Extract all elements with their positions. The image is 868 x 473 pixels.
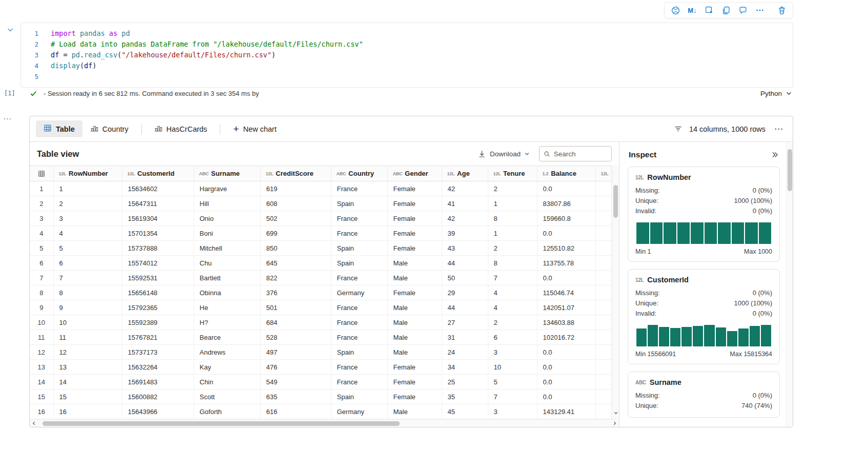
column-header-age[interactable]: 12LAge [442, 166, 488, 181]
grid-cell[interactable]: 45 [442, 404, 488, 419]
scroll-right-icon[interactable] [612, 421, 617, 426]
grid-cell[interactable]: 2 [488, 315, 537, 330]
horizontal-scrollbar-track[interactable] [36, 420, 612, 427]
grid-cell[interactable]: 1 [488, 196, 537, 211]
grid-cell[interactable]: Spain [331, 241, 387, 256]
table-row[interactable]: 7715592531Bartlett822FranceMale5070.0 [30, 271, 612, 285]
column-header-country[interactable]: ABCCountry [331, 166, 387, 181]
download-button[interactable]: Download [478, 150, 530, 158]
grid-cell[interactable]: France [331, 315, 387, 330]
grid-cell[interactable]: Female [387, 211, 442, 226]
grid-cell[interactable]: 50 [442, 271, 488, 285]
grid-cell[interactable]: Kay [194, 360, 260, 375]
column-header-rownumber[interactable]: 12LRowNumber [53, 166, 122, 181]
grid-cell[interactable]: 502 [260, 211, 331, 226]
grid-cell[interactable]: Bearce [194, 330, 260, 345]
grid-cell[interactable]: 27 [442, 315, 488, 330]
scroll-down-icon[interactable] [613, 408, 618, 418]
grid-cell[interactable]: 528 [260, 330, 331, 345]
code-line[interactable]: 2# Load data into pandas DataFrame from … [21, 39, 793, 50]
grid-cell[interactable]: Spain [331, 389, 387, 404]
grid-cell[interactable]: 134603.88 [537, 315, 595, 330]
grid-cell[interactable]: 15767821 [122, 330, 194, 345]
grid-cell[interactable]: 15600882 [122, 389, 194, 404]
grid-cell[interactable]: 24 [442, 345, 488, 360]
grid-cell[interactable]: 5 [488, 375, 537, 389]
grid-cell[interactable]: 8 [488, 211, 537, 226]
grid-cell[interactable]: 15619304 [122, 211, 194, 226]
grid-cell[interactable]: Female [387, 241, 442, 256]
grid-cell[interactable]: France [331, 300, 387, 315]
grid-cell[interactable]: 4 [488, 285, 537, 300]
grid-cell[interactable]: Male [387, 404, 442, 419]
grid-cell[interactable]: France [331, 226, 387, 241]
code-line[interactable]: 3df = pd.read_csv("/lakehouse/default/Fi… [21, 50, 793, 60]
grid-cell[interactable]: 125510.82 [537, 241, 595, 256]
table-row[interactable]: 2215647311Hill608SpainFemale41183807.86 [30, 196, 612, 211]
grid-cell[interactable]: 1 [53, 181, 122, 196]
grid-cell[interactable]: Female [387, 181, 442, 196]
grid-cell[interactable]: 13 [53, 360, 122, 375]
grid-cell[interactable]: 3 [488, 404, 537, 419]
column-header-tenure[interactable]: 12LTenure [488, 166, 537, 181]
code-line[interactable]: 4display(df) [21, 60, 793, 71]
grid-cell[interactable]: He [194, 300, 260, 315]
grid-cell[interactable]: France [331, 375, 387, 389]
grid-cell[interactable]: 15737173 [122, 345, 194, 360]
grid-cell[interactable]: 15656148 [122, 285, 194, 300]
grid-cell[interactable]: 822 [260, 271, 331, 285]
grid-cell[interactable]: Hargrave [194, 181, 260, 196]
grid-cell[interactable]: 635 [260, 389, 331, 404]
grid-cell[interactable]: 11 [53, 330, 122, 345]
grid-cell[interactable]: Spain [331, 345, 387, 360]
grid-cell[interactable]: Spain [331, 196, 387, 211]
grid-cell[interactable]: 9 [53, 300, 122, 315]
collapse-cell-chevron[interactable] [6, 26, 14, 36]
grid-cell[interactable]: 15647311 [122, 196, 194, 211]
grid-cell[interactable]: Male [387, 315, 442, 330]
grid-cell[interactable]: 2 [488, 181, 537, 196]
grid-cell[interactable]: 8 [488, 256, 537, 271]
grid-cell[interactable]: 83807.86 [537, 196, 595, 211]
grid-cell[interactable]: 684 [260, 315, 331, 330]
grid-cell[interactable]: 8 [53, 285, 122, 300]
grid-cell[interactable]: 501 [260, 300, 331, 315]
grid-cell[interactable]: Male [387, 300, 442, 315]
grid-cell[interactable]: Germany [331, 285, 387, 300]
grid-cell[interactable]: 0.0 [537, 271, 595, 285]
tab-table[interactable]: Table [36, 120, 82, 137]
grid-cell[interactable]: Andrews [194, 345, 260, 360]
grid-cell[interactable]: 15643966 [122, 404, 194, 419]
grid-cell[interactable]: 113755.78 [537, 256, 595, 271]
grid-cell[interactable]: 14 [53, 375, 122, 389]
grid-cell[interactable]: 25 [442, 375, 488, 389]
grid-cell[interactable]: 2 [53, 196, 122, 211]
table-options-more-icon[interactable]: ⋯ [772, 124, 786, 134]
grid-cell[interactable]: Male [387, 271, 442, 285]
grid-cell[interactable]: 10 [488, 360, 537, 375]
grid-cell[interactable]: Male [387, 330, 442, 345]
grid-cell[interactable]: 0.0 [537, 389, 595, 404]
grid-cell[interactable]: Female [387, 226, 442, 241]
grid-cell[interactable]: Chu [194, 256, 260, 271]
inspect-scrollbar-thumb[interactable] [788, 149, 792, 191]
grid-cell[interactable]: 15792365 [122, 300, 194, 315]
vertical-scrollbar[interactable] [612, 166, 619, 419]
table-row[interactable]: 1115634602Hargrave619FranceFemale4220.0 [30, 181, 612, 196]
tab-country[interactable]: Country [85, 121, 135, 137]
grid-cell[interactable]: 699 [260, 226, 331, 241]
grid-cell[interactable]: 7 [488, 271, 537, 285]
grid-cell[interactable]: 476 [260, 360, 331, 375]
grid-cell[interactable]: Female [387, 360, 442, 375]
grid-cell[interactable]: 15 [53, 389, 122, 404]
grid-cell[interactable]: 42 [442, 211, 488, 226]
grid-cell[interactable]: Female [387, 389, 442, 404]
grid-cell[interactable]: Chin [194, 375, 260, 389]
table-row[interactable]: 5515737888Mitchell850SpainFemale43212551… [30, 241, 612, 256]
column-header-creditscore[interactable]: 12LCreditScore [260, 166, 331, 181]
grid-cell[interactable]: 15592389 [122, 315, 194, 330]
grid-cell[interactable]: 143129.41 [537, 404, 595, 419]
grid-cell[interactable]: 15691483 [122, 375, 194, 389]
table-row[interactable]: 151515600882Scott635SpainFemale3570.0 [30, 389, 612, 404]
grid-cell[interactable]: Female [387, 375, 442, 389]
